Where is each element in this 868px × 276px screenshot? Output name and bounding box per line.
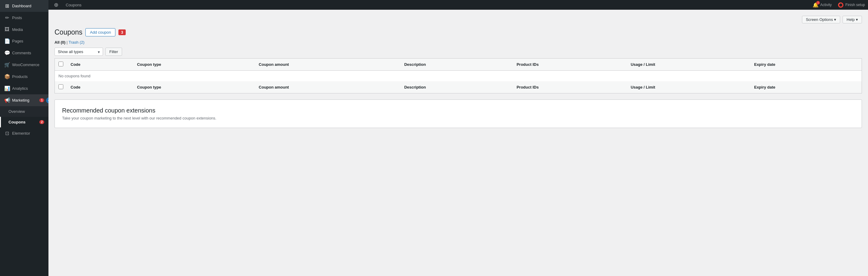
- media-icon: 🖼: [4, 27, 10, 32]
- table-header-description: Description: [401, 58, 513, 71]
- products-icon: 📦: [4, 74, 10, 80]
- filter-all-count: (0): [61, 40, 65, 45]
- screen-options-button[interactable]: Screen Options ▾: [802, 16, 840, 23]
- table-footer-code: Code: [67, 81, 133, 93]
- table-controls: Show all types Filter: [55, 48, 862, 56]
- sidebar-item-dashboard[interactable]: ⊞ Dashboard: [0, 0, 49, 12]
- woocommerce-icon: 🛒: [4, 62, 10, 67]
- sidebar: ⊞ Dashboard ✏ Posts 🖼 Media 📄 Pages 💬 Co…: [0, 0, 49, 276]
- topbar-page-title: Coupons: [66, 3, 82, 7]
- sidebar-collapse-arrow[interactable]: ◀: [46, 98, 49, 104]
- sidebar-submenu-marketing: Overview Coupons 2: [0, 106, 49, 128]
- sidebar-item-woocommerce[interactable]: 🛒 WooCommerce: [0, 59, 49, 71]
- coupons-heading-row: Coupons Add coupon 3: [55, 28, 862, 36]
- table-header-coupon-amount: Coupon amount: [255, 58, 400, 71]
- screen-options-chevron: ▾: [834, 17, 836, 22]
- sidebar-submenu-label: Coupons: [8, 120, 26, 125]
- coupons-table: Code Coupon type Coupon amount Descripti…: [55, 58, 862, 93]
- table-footer-usage-limit: Usage / Limit: [627, 81, 750, 93]
- recommended-section: Recommended coupon extensions Take your …: [55, 100, 862, 128]
- inner-page: Screen Options ▾ Help ▾ Coupons Add coup…: [49, 10, 868, 276]
- select-all-footer-checkbox[interactable]: [58, 84, 63, 89]
- add-coupon-badge: 3: [118, 29, 125, 35]
- sidebar-item-label: Comments: [12, 51, 31, 55]
- sidebar-item-media[interactable]: 🖼 Media: [0, 24, 49, 35]
- screen-options-label: Screen Options: [806, 17, 833, 22]
- sidebar-item-label: WooCommerce: [12, 62, 39, 67]
- filter-trash-label: Trash: [69, 40, 79, 45]
- coupons-badge: 2: [39, 120, 44, 124]
- sidebar-item-overview[interactable]: Overview: [0, 106, 49, 117]
- filter-links: All (0) | Trash (2): [55, 40, 862, 45]
- screen-options-row: Screen Options ▾ Help ▾: [55, 16, 862, 23]
- table-footer-description: Description: [401, 81, 513, 93]
- table-header-expiry-date: Expiry date: [750, 58, 862, 71]
- recommended-title: Recommended coupon extensions: [62, 107, 855, 114]
- select-all-checkbox[interactable]: [58, 61, 63, 66]
- sidebar-submenu-label: Overview: [8, 109, 25, 114]
- table-header-usage-limit: Usage / Limit: [627, 58, 750, 71]
- sidebar-item-analytics[interactable]: 📊 Analytics: [0, 83, 49, 94]
- add-coupon-button[interactable]: Add coupon: [85, 28, 115, 36]
- filter-trash-link[interactable]: Trash (2): [69, 40, 85, 45]
- help-label: Help: [846, 17, 855, 22]
- table-footer-product-ids: Product IDs: [513, 81, 627, 93]
- table-header-coupon-type: Coupon type: [133, 58, 255, 71]
- sidebar-item-label: Posts: [12, 16, 22, 20]
- sidebar-item-marketing[interactable]: 📢 Marketing 1 ◀: [0, 94, 49, 106]
- no-coupons-message: No coupons found: [55, 71, 862, 82]
- finish-setup-icon: ⭕: [838, 2, 844, 8]
- table-footer-coupon-type: Coupon type: [133, 81, 255, 93]
- help-button[interactable]: Help ▾: [842, 16, 862, 23]
- marketing-icon: 📢: [4, 98, 10, 103]
- sidebar-item-label: Analytics: [12, 86, 28, 91]
- activity-notification-dot: !: [816, 1, 820, 4]
- table-footer-expiry-date: Expiry date: [750, 81, 862, 93]
- wp-logo: ⊕: [52, 1, 61, 8]
- finish-setup-button[interactable]: ⭕ Finish setup: [838, 2, 865, 8]
- recommended-description: Take your coupon marketing to the next l…: [62, 116, 855, 120]
- main-content: ⊕ Coupons 🔔 ! Activity ⭕ Finish setup Sc…: [49, 0, 868, 276]
- activity-icon: 🔔 !: [813, 2, 818, 8]
- wp-topbar: ⊕ Coupons 🔔 ! Activity ⭕ Finish setup: [49, 0, 868, 10]
- analytics-icon: 📊: [4, 85, 10, 91]
- sidebar-item-label: Dashboard: [12, 4, 31, 8]
- sidebar-item-comments[interactable]: 💬 Comments: [0, 47, 49, 59]
- sidebar-item-label: Media: [12, 27, 23, 32]
- pages-icon: 📄: [4, 38, 10, 44]
- filter-all-link[interactable]: All (0): [55, 40, 67, 45]
- table-header-code: Code: [67, 58, 133, 71]
- filter-trash-count: (2): [80, 40, 85, 45]
- posts-icon: ✏: [4, 15, 10, 21]
- activity-button[interactable]: 🔔 ! Activity: [813, 2, 832, 8]
- show-all-types-select[interactable]: Show all types: [55, 48, 103, 56]
- elementor-icon: ⊡: [4, 131, 10, 136]
- table-empty-row: No coupons found: [55, 71, 862, 82]
- table-header-checkbox-col: [55, 58, 67, 71]
- page-title: Coupons: [55, 28, 82, 36]
- finish-setup-label: Finish setup: [845, 3, 865, 7]
- filter-all-label: All: [55, 40, 60, 45]
- sidebar-item-posts[interactable]: ✏ Posts: [0, 12, 49, 24]
- table-header-row: Code Coupon type Coupon amount Descripti…: [55, 58, 862, 71]
- sidebar-item-label: Marketing: [12, 98, 29, 103]
- sidebar-item-elementor[interactable]: ⊡ Elementor: [0, 128, 49, 139]
- table-header-product-ids: Product IDs: [513, 58, 627, 71]
- activity-label: Activity: [820, 3, 832, 7]
- filter-button[interactable]: Filter: [105, 48, 122, 56]
- comments-icon: 💬: [4, 50, 10, 56]
- sidebar-item-pages[interactable]: 📄 Pages: [0, 35, 49, 47]
- table-footer-coupon-amount: Coupon amount: [255, 81, 400, 93]
- type-select-wrapper: Show all types: [55, 48, 103, 56]
- dashboard-icon: ⊞: [4, 3, 10, 9]
- sidebar-item-label: Products: [12, 74, 28, 79]
- filter-separator: |: [67, 40, 69, 45]
- help-chevron: ▾: [856, 17, 858, 22]
- marketing-badge: 1: [39, 98, 44, 102]
- sidebar-item-label: Elementor: [12, 131, 30, 136]
- sidebar-item-products[interactable]: 📦 Products: [0, 71, 49, 83]
- sidebar-item-coupons[interactable]: Coupons 2: [0, 117, 49, 128]
- table-footer-checkbox-col: [55, 81, 67, 93]
- sidebar-item-label: Pages: [12, 39, 23, 44]
- wp-topbar-left: ⊕ Coupons: [52, 1, 82, 8]
